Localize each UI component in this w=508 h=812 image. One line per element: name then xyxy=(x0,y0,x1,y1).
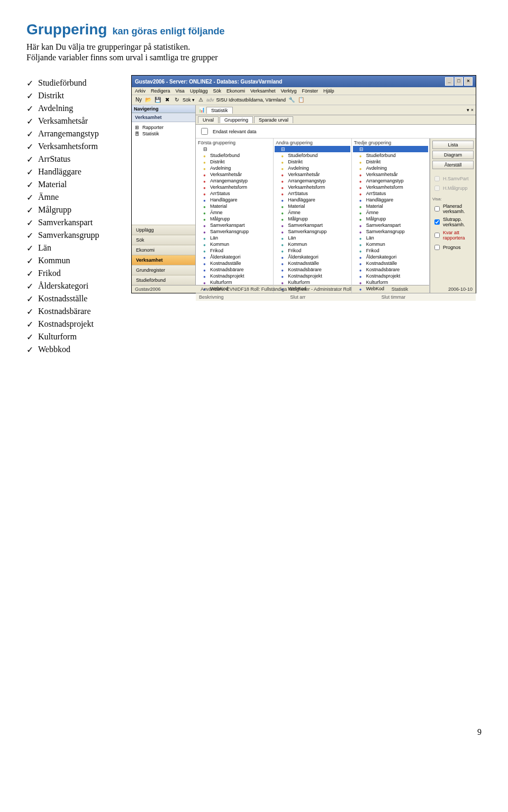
minimize-button[interactable]: _ xyxy=(445,77,453,86)
menu-item[interactable]: Sök xyxy=(213,88,221,94)
tree-item[interactable]: Kulturform xyxy=(197,279,272,285)
tree-item[interactable]: Samverkanspart xyxy=(353,222,428,228)
tree-item[interactable]: Kostnadsprojekt xyxy=(275,273,350,279)
tree-item[interactable]: Målgrupp xyxy=(353,216,428,222)
filter-tab[interactable]: Gruppering xyxy=(220,116,253,123)
tree-item[interactable]: Handläggare xyxy=(197,197,272,203)
tree-item[interactable]: Ämne xyxy=(197,209,272,216)
tree-item[interactable]: Material xyxy=(197,203,272,209)
tree-item[interactable]: Kostnadsställe xyxy=(353,260,428,266)
maximize-button[interactable]: □ xyxy=(455,77,463,86)
tree-item[interactable]: Studieförbund xyxy=(197,152,272,159)
tree-root[interactable]: ⊟ xyxy=(275,146,350,152)
tree-item[interactable]: Studieförbund xyxy=(353,152,428,159)
tree-item[interactable]: Distrikt xyxy=(197,159,272,165)
tree-item[interactable]: Verksamhetsår xyxy=(275,171,350,178)
tree-root[interactable]: ⊟ xyxy=(353,146,428,152)
tree-item[interactable]: Avdelning xyxy=(275,165,350,171)
tree-item[interactable]: Avdelning xyxy=(197,165,272,171)
doc-tabs[interactable]: 📊 Statistik ▾ × xyxy=(196,105,476,115)
menu-item[interactable]: Ekonomi xyxy=(226,88,245,94)
tree-item[interactable]: Kommun xyxy=(275,241,350,247)
tree-item[interactable]: Målgrupp xyxy=(197,216,272,222)
tree-item[interactable]: Kostnadsprojekt xyxy=(197,273,272,279)
tree-item[interactable]: Samverkansgrupp xyxy=(275,228,350,235)
menu-item[interactable]: Redigera xyxy=(151,88,170,94)
warning-icon[interactable]: ⚠ xyxy=(197,96,204,104)
tree-item[interactable]: Material xyxy=(353,203,428,209)
tree-item[interactable]: Kommun xyxy=(353,241,428,247)
filter-tab[interactable]: Sparade urval xyxy=(254,116,293,123)
tree-item[interactable]: Studieförbund xyxy=(275,152,350,159)
tree-item[interactable]: Verksamhetsår xyxy=(197,171,272,178)
nav-tree[interactable]: RapporterStatistik xyxy=(132,122,195,225)
tool-icon-1[interactable]: 🔧 xyxy=(288,96,295,104)
nav-tab[interactable]: Verksamhet xyxy=(132,255,195,265)
menu-item[interactable]: Verksamhet xyxy=(250,88,276,94)
tree-item[interactable]: Kulturform xyxy=(353,279,428,285)
tool-icon-2[interactable]: 📋 xyxy=(297,96,305,104)
aterstall-button[interactable]: Återställ xyxy=(432,161,474,169)
menu-item[interactable]: Visa xyxy=(176,88,185,94)
kvar-checkbox[interactable] xyxy=(434,233,440,238)
tree-item[interactable]: Kulturform xyxy=(275,279,350,285)
planerad-checkbox[interactable] xyxy=(434,206,440,211)
tree-item[interactable]: Län xyxy=(197,235,272,241)
tab-statistik[interactable]: Statistik xyxy=(206,107,233,114)
tree-item[interactable]: Avdelning xyxy=(353,165,428,171)
tree-item[interactable]: Ålderskategori xyxy=(353,254,428,260)
tree-item[interactable]: Verksamhetsform xyxy=(353,184,428,190)
diagram-button[interactable]: Diagram xyxy=(432,151,474,159)
tree-item[interactable]: WebKod xyxy=(353,285,428,292)
tree-item[interactable]: Verksamhetsform xyxy=(197,184,272,190)
tree-item[interactable]: Handläggare xyxy=(275,197,350,203)
tree-item[interactable]: Arrangemangstyp xyxy=(197,178,272,184)
filter-tabs[interactable]: UrvalGrupperingSparade urval xyxy=(196,115,476,125)
menu-item[interactable]: Verktyg xyxy=(280,88,296,94)
nav-tab[interactable]: Ekonomi xyxy=(132,245,195,255)
tree-item[interactable]: Kostnadsbärare xyxy=(353,266,428,273)
prognos-checkbox[interactable] xyxy=(434,245,440,250)
open-icon[interactable]: 📂 xyxy=(144,96,152,104)
tree-item[interactable]: Kostnadsställe xyxy=(197,260,272,266)
nav-item[interactable]: Statistik xyxy=(134,131,193,137)
tree-root[interactable]: ⊟ xyxy=(197,146,272,152)
tree-item[interactable]: Samverkanspart xyxy=(275,222,350,228)
delete-icon[interactable]: ✖ xyxy=(164,96,171,104)
tree-item[interactable]: Ålderskategori xyxy=(275,254,350,260)
slutrapp-checkbox[interactable] xyxy=(434,219,440,225)
tree-item[interactable]: Arrangemangstyp xyxy=(275,178,350,184)
filter-tab[interactable]: Urval xyxy=(198,116,219,123)
tree-item[interactable]: Material xyxy=(275,203,350,209)
tree-item[interactable]: Distrikt xyxy=(275,159,350,165)
close-button[interactable]: × xyxy=(464,77,473,86)
tree-item[interactable]: Ämne xyxy=(275,209,350,216)
tree-item[interactable]: Frikod xyxy=(353,247,428,254)
menu-item[interactable]: Arkiv xyxy=(135,88,146,94)
tree-item[interactable]: ArrStatus xyxy=(353,190,428,197)
tree-item[interactable]: Frikod xyxy=(275,247,350,254)
context-selector[interactable]: SISU Idrottsutbildarna, Värmland xyxy=(216,97,286,103)
tree-item[interactable]: Samverkanspart xyxy=(197,222,272,228)
toolbar[interactable]: Ny ▾ 📂 💾 ✖ ↻ Sök ▾ ⚠ adv SISU Idrottsutb… xyxy=(132,95,476,105)
tree-item[interactable]: Distrikt xyxy=(353,159,428,165)
tree-item[interactable]: Kommun xyxy=(197,241,272,247)
tree-item[interactable]: ArrStatus xyxy=(275,190,350,197)
menu-item[interactable]: Upplägg xyxy=(190,88,208,94)
tab-dropdown-icon[interactable]: ▾ × xyxy=(467,107,474,113)
menu-item[interactable]: Fönster xyxy=(302,88,319,94)
tree-item[interactable]: Samverkansgrupp xyxy=(197,228,272,235)
menubar[interactable]: ArkivRedigeraVisaUppläggSökEkonomiVerksa… xyxy=(132,87,476,95)
save-icon[interactable]: 💾 xyxy=(154,96,161,104)
tree-item[interactable]: ArrStatus xyxy=(197,190,272,197)
nav-tab[interactable]: Upplägg xyxy=(132,225,195,235)
new-dropdown[interactable]: Ny ▾ xyxy=(135,96,142,104)
tree-item[interactable]: Län xyxy=(353,235,428,241)
tree-item[interactable]: Frikod xyxy=(197,247,272,254)
search-dropdown[interactable]: Sök ▾ xyxy=(183,97,195,103)
tree-item[interactable]: Verksamhetsår xyxy=(353,171,428,178)
tree-item[interactable]: Ålderskategori xyxy=(197,254,272,260)
relevant-data-checkbox[interactable] xyxy=(201,128,208,135)
refresh-icon[interactable]: ↻ xyxy=(173,96,180,104)
tree-item[interactable]: Verksamhetsform xyxy=(275,184,350,190)
